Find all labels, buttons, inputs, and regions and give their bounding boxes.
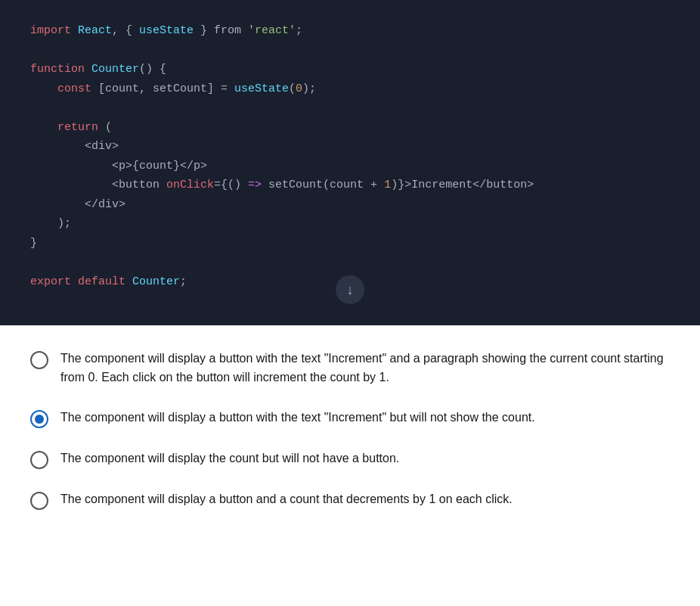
option-text: The component will display a button and …: [60, 490, 513, 509]
option-row[interactable]: The component will display a button with…: [30, 350, 670, 387]
code-editor: import React, { useState } from 'react';…: [0, 0, 700, 325]
radio-button[interactable]: [30, 492, 48, 510]
option-text: The component will display a button with…: [60, 350, 670, 387]
code-line: <div>: [30, 137, 670, 157]
code-content: import React, { useState } from 'react';…: [30, 21, 670, 291]
radio-inner: [35, 415, 44, 424]
code-line: <p>{count}</p>: [30, 157, 670, 176]
radio-button[interactable]: [30, 410, 48, 428]
option-row[interactable]: The component will display a button with…: [30, 409, 670, 428]
option-row[interactable]: The component will display a button and …: [30, 490, 670, 510]
code-line: }: [30, 234, 670, 253]
options-section: The component will display a button with…: [0, 325, 700, 546]
code-line: return (: [30, 118, 670, 138]
code-line: [30, 253, 670, 272]
radio-button[interactable]: [30, 351, 48, 369]
option-text: The component will display a button with…: [60, 409, 535, 427]
code-line: </div>: [30, 195, 670, 215]
code-line: function Counter() {: [30, 60, 670, 79]
code-line: const [count, setCount] = useState(0);: [30, 79, 670, 99]
radio-button[interactable]: [30, 451, 48, 469]
code-line: [30, 41, 670, 61]
code-line: );: [30, 214, 670, 234]
option-row[interactable]: The component will display the count but…: [30, 449, 670, 469]
code-line: <button onClick={() => setCount(count + …: [30, 176, 670, 195]
option-text: The component will display the count but…: [60, 449, 399, 468]
scroll-down-button[interactable]: ↓: [336, 275, 364, 304]
code-line: import React, { useState } from 'react';: [30, 21, 670, 41]
code-line: [30, 98, 670, 118]
